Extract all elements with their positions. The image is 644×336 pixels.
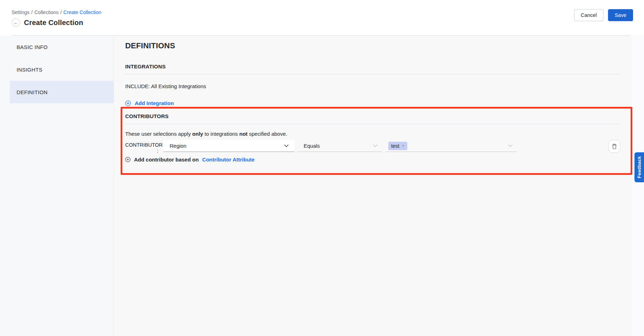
- plus-circle-icon: [125, 157, 130, 162]
- attribute-select[interactable]: Region: [163, 140, 294, 152]
- trash-icon: [612, 143, 617, 149]
- value-chip: test ×: [388, 142, 407, 150]
- contributor-label: CONTRIBUTOR :: [125, 140, 162, 154]
- breadcrumb: Settings/Collections/Create Collection: [12, 10, 101, 15]
- header: Settings/Collections/Create Collection ←…: [0, 0, 644, 36]
- chevron-down-icon: [373, 144, 378, 147]
- right-margin: [632, 36, 644, 336]
- contributor-rule-row: CONTRIBUTOR : Region Equals test ×: [125, 140, 620, 154]
- title-row: ← Create Collection: [12, 18, 101, 27]
- delete-rule-button[interactable]: [608, 140, 620, 153]
- plus-circle-icon: [125, 100, 131, 106]
- sidebar: BASIC INFO INSIGHTS DEFINITION: [0, 36, 114, 336]
- breadcrumb-collections[interactable]: Collections: [34, 10, 58, 15]
- chevron-down-icon: [284, 144, 289, 147]
- note-bold: not: [239, 131, 248, 137]
- contributor-attribute-link[interactable]: Contributor Attribute: [202, 157, 255, 163]
- breadcrumb-separator: /: [31, 10, 33, 15]
- page-title: Create Collection: [24, 19, 83, 27]
- contributors-note: These user selections apply only to inte…: [125, 131, 620, 137]
- note-part: specified above.: [248, 131, 287, 137]
- integrations-section-title: INTEGRATIONS: [125, 63, 620, 74]
- value-chip-label: test: [391, 143, 399, 149]
- note-bold: only: [192, 131, 203, 137]
- note-part: These user selections apply: [125, 131, 192, 137]
- save-button[interactable]: Save: [608, 9, 633, 21]
- sidebar-item-definition[interactable]: DEFINITION: [10, 81, 114, 103]
- breadcrumb-settings[interactable]: Settings: [12, 10, 30, 15]
- note-part: to integrations: [203, 131, 239, 137]
- sidebar-item-basic-info[interactable]: BASIC INFO: [10, 36, 114, 58]
- breadcrumb-separator: /: [60, 10, 62, 15]
- sidebar-item-insights[interactable]: INSIGHTS: [10, 58, 114, 81]
- back-button[interactable]: ←: [12, 18, 20, 27]
- operator-select[interactable]: Equals: [297, 140, 382, 152]
- content: BASIC INFO INSIGHTS DEFINITION DEFINITIO…: [0, 36, 644, 336]
- back-arrow-icon: ←: [13, 19, 18, 26]
- values-multiselect[interactable]: test ×: [386, 140, 517, 152]
- add-contributor-row: Add contributor based on Contributor Att…: [125, 157, 620, 163]
- cancel-button[interactable]: Cancel: [574, 9, 603, 21]
- include-integrations-text: INCLUDE: All Existing Integrations: [125, 83, 620, 89]
- operator-select-value: Equals: [304, 143, 320, 149]
- chip-remove-icon[interactable]: ×: [402, 143, 405, 148]
- attribute-select-value: Region: [170, 143, 187, 149]
- breadcrumb-current[interactable]: Create Collection: [63, 10, 101, 15]
- contributor-label-text: CONTRIBUTOR: [125, 142, 162, 148]
- main-panel: DEFINITIONS INTEGRATIONS INCLUDE: All Ex…: [114, 36, 632, 336]
- contributors-section-title: CONTRIBUTORS: [125, 113, 620, 124]
- feedback-tab[interactable]: Feedback: [634, 152, 644, 182]
- header-left: Settings/Collections/Create Collection ←…: [12, 0, 101, 27]
- add-integration-button[interactable]: Add Integration: [125, 100, 174, 106]
- header-actions: Cancel Save: [574, 0, 633, 21]
- contributor-label-colon: :: [125, 148, 162, 154]
- add-integration-label: Add Integration: [135, 100, 174, 106]
- definitions-heading: DEFINITIONS: [125, 41, 620, 50]
- feedback-label: Feedback: [637, 156, 642, 178]
- add-contributor-prefix: Add contributor based on: [134, 157, 199, 163]
- chevron-down-icon: [508, 144, 513, 147]
